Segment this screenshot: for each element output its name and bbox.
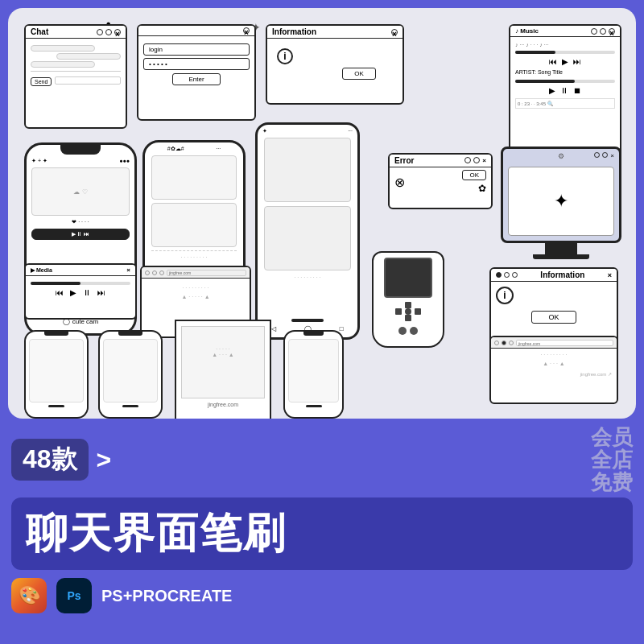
polaroid-caption: jingfree.com <box>181 402 265 407</box>
media-title: ▶ Media <box>31 267 52 274</box>
media-progress-fill <box>31 282 80 285</box>
gameboy <box>372 251 444 348</box>
sp2-body <box>100 336 161 414</box>
music-title: ♪ Music <box>515 27 539 35</box>
media-next-btn[interactable]: ⏭ <box>97 288 105 297</box>
login-enter-btn[interactable]: Enter <box>172 73 221 85</box>
right-label-2: 全店 <box>591 449 633 470</box>
bottom-browser-dot3 <box>509 341 514 345</box>
error-window: Error × ⊗ OK ✿ <box>388 153 493 209</box>
chat-close: × <box>114 29 121 35</box>
chat-bubble-2 <box>56 53 121 60</box>
dpad-right[interactable] <box>415 308 421 315</box>
media-player-bar: ▶ Media × ⏮ ▶ ⏸ ⏭ <box>24 263 137 320</box>
browser-url-bar[interactable]: jingfree.com <box>167 270 246 276</box>
info-top-close: × <box>391 29 398 35</box>
procreate-icon-glyph: 🎨 <box>19 585 40 606</box>
music-controls: ⏮ ▶ ⏭ <box>515 57 615 66</box>
music-prev-btn[interactable]: ⏮ <box>549 57 557 66</box>
music-next-btn[interactable]: ⏭ <box>573 57 581 66</box>
music-play-btn-2[interactable]: ▶ <box>549 86 555 95</box>
phone-status-bar: ✦ + ✦ ●●● <box>31 158 130 164</box>
info-top-body: i OK <box>267 39 402 85</box>
chat-send-btn[interactable]: Send <box>31 77 52 86</box>
error-ok-btn[interactable]: OK <box>462 170 486 180</box>
gameboy-btn-a[interactable] <box>398 327 407 335</box>
browser-body: · · · · · · · · · ▲ · · · · · ▲ <box>142 279 250 303</box>
monitor-base <box>533 254 589 259</box>
music-song-label: ♪ ··· ♪ · · · ♪ ··· <box>515 42 615 47</box>
media-pause-btn[interactable]: ⏸ <box>83 288 91 297</box>
sp1-screen <box>29 339 84 402</box>
music-controls-bar: × <box>591 28 615 35</box>
polaroid-frame: · · · · ·▲ · · · ▲ jingfree.com <box>175 320 271 419</box>
chat-input[interactable] <box>55 76 121 85</box>
dpad-left[interactable] <box>395 308 402 315</box>
phone2-dashes: · · · · · · · · · <box>151 250 237 260</box>
ps-app-icon[interactable]: Ps <box>56 578 92 613</box>
music-progress-bar[interactable] <box>515 51 615 54</box>
music-stop-btn[interactable]: ⏹ <box>573 86 581 95</box>
dpad-up[interactable] <box>405 302 411 308</box>
sp1-body <box>26 336 87 414</box>
error-controls: × <box>464 157 486 164</box>
media-play-btn[interactable]: ▶ <box>70 288 76 297</box>
ui-mockups-section: ✦ ✿ ✦ Chat × Send <box>8 8 636 419</box>
info-window-top: Information × i OK <box>266 24 404 105</box>
phone-screen: ✦ + ✦ ●●● ☁ ♡ ❤ · · · · ▶ ⏸ ⏭ <box>27 155 134 243</box>
phone-center-frame2 <box>264 206 351 270</box>
info-bottom-icon: i <box>496 287 514 304</box>
music-progress-fill <box>515 51 555 54</box>
sp2-home-bar <box>122 405 138 407</box>
phone-home-bar <box>291 319 324 322</box>
browser-dot3 <box>159 270 164 275</box>
music-volume-bar[interactable] <box>515 80 615 83</box>
music-extra-info: 0 : 23 · · 3:45 🔍 <box>515 98 615 109</box>
main-title-row: 聊天界面笔刷 <box>11 497 633 570</box>
monitor-star-icon: ✦ <box>554 191 568 212</box>
bottom-browser-url[interactable]: jingfree.com <box>516 340 613 346</box>
info-top-ok-btn[interactable]: OK <box>342 68 376 80</box>
gameboy-screen <box>384 258 432 298</box>
login-password-field[interactable]: • • • • • <box>143 58 250 70</box>
error-dot2 <box>473 157 480 163</box>
bottom-browser-content: · · · · · · · · · ▲ · · · ▲ jingfree.com… <box>491 349 617 380</box>
main-title: 聊天界面笔刷 <box>26 506 618 562</box>
info-bottom-ok-btn[interactable]: OK <box>531 311 576 324</box>
monitor-screen: ⚙ × ✦ <box>501 147 621 243</box>
bottom-browser-dot1 <box>494 341 499 345</box>
music-pause-btn[interactable]: ⏸ <box>560 86 568 95</box>
media-close: × <box>126 266 130 274</box>
music-body: ♪ ··· ♪ · · · ♪ ··· ⏮ ▶ ⏭ ARTIST: Song T… <box>510 37 620 114</box>
error-flower-deco: ✿ <box>478 183 486 194</box>
chat-bubble-1 <box>31 45 95 52</box>
monitor-dot1 <box>594 152 600 158</box>
login-close: × <box>243 27 250 34</box>
gameboy-btn-b[interactable] <box>410 327 418 335</box>
browser-content-dashes: · · · · · · · · · <box>145 285 246 291</box>
dpad-down[interactable] <box>405 315 411 321</box>
login-titlebar: × <box>138 26 254 36</box>
media-progress[interactable] <box>31 282 130 285</box>
info-top-title: Information <box>272 27 316 36</box>
music-artist: ARTIST: Song Title <box>515 69 615 75</box>
media-prev-btn[interactable]: ⏮ <box>56 288 64 297</box>
media-body: ⏮ ▶ ⏸ ⏭ <box>26 276 135 300</box>
info-bottom-dot3 <box>512 272 518 278</box>
login-username-field[interactable]: login <box>143 43 250 56</box>
phone2-topbar: #✿☁# ··· <box>145 142 243 155</box>
procreate-app-icon[interactable]: 🎨 <box>11 578 47 613</box>
sp3-screen <box>288 339 339 402</box>
music-controls-2: ▶ ⏸ ⏹ <box>515 86 615 95</box>
music-play-btn[interactable]: ▶ <box>562 57 568 66</box>
browser-dot1 <box>145 270 150 275</box>
ui-grid: ✦ ✿ ✦ Chat × Send <box>18 18 626 409</box>
error-titlebar: Error × <box>390 155 491 167</box>
arrow-badge: > <box>97 445 112 475</box>
sp3-body <box>285 336 342 414</box>
monitor-stand <box>545 243 577 254</box>
dpad-middle <box>395 308 421 315</box>
music-close: × <box>609 28 615 35</box>
browser-content-text: ▲ · · · · · ▲ <box>145 294 246 299</box>
phone-notch <box>60 145 101 155</box>
